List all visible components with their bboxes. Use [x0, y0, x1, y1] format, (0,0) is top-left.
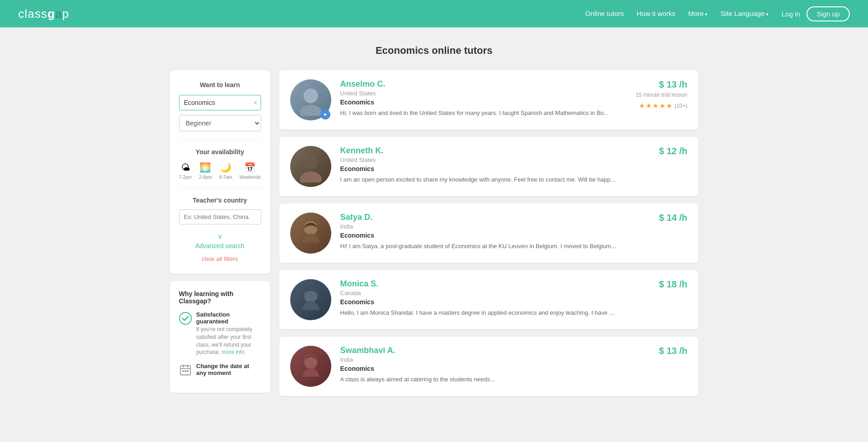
avatar-monica	[290, 279, 331, 320]
tutor-subject-monica: Economics	[340, 298, 624, 306]
avatar-satya	[290, 213, 331, 254]
availability-night[interactable]: 🌙 8-7am	[219, 162, 232, 180]
tutor-card-monica[interactable]: Monica S. Canada Economics Hello, I am M…	[279, 270, 699, 329]
favorite-badge[interactable]: ♥	[320, 109, 330, 120]
page-title: Economics online tutors	[0, 36, 868, 57]
svg-point-9	[300, 105, 322, 116]
svg-point-11	[300, 172, 322, 182]
tutor-price-satya: $ 14 /h	[633, 213, 688, 223]
tutor-subject-swambhavi: Economics	[340, 365, 624, 372]
star-5: ★	[666, 102, 672, 110]
tutor-bio-monica: Hello, I am Monica Shandal. I have a mas…	[340, 308, 624, 317]
tutor-card-kenneth[interactable]: Kenneth K. United States Economics I am …	[279, 137, 699, 196]
tutor-bio-anselmo: Hi, I was born and lived in the United S…	[340, 109, 624, 118]
price-section-monica: $ 18 /h	[633, 279, 688, 291]
price-section-anselmo: $ 13 /h 15 minute trial lesson ★ ★ ★ ★ ★…	[633, 79, 688, 110]
clear-filters-section: clear all filters	[179, 255, 261, 263]
nav-how-it-works[interactable]: How it works	[637, 10, 675, 18]
avatar-wrapper-swambhavi	[290, 346, 331, 387]
star-3: ★	[652, 102, 658, 110]
chevron-down-icon: ▾	[705, 11, 708, 17]
svg-point-10	[304, 156, 318, 169]
chevron-down-icon: ∨	[179, 233, 261, 240]
why-card: Why learning with Classgap? Satisfaction…	[170, 281, 270, 393]
want-to-learn-label: Want to learn	[179, 81, 261, 88]
svg-rect-6	[185, 370, 186, 372]
star-2: ★	[646, 102, 652, 110]
availability-morning[interactable]: 🌤 7-2pm	[179, 162, 192, 180]
signup-button[interactable]: Sign up	[806, 6, 850, 21]
level-select[interactable]: Beginner Elementary Intermediate Advance…	[179, 115, 261, 131]
review-count-anselmo: (10+)	[674, 103, 687, 109]
avatar-wrapper-satya	[290, 213, 331, 254]
navbar: classgap Online tutors How it works More…	[0, 0, 868, 27]
tutor-card-satya[interactable]: Satya D. India Economics Hi! I am Satya,…	[279, 203, 699, 263]
tutor-info-satya: Satya D. India Economics Hi! I am Satya,…	[340, 213, 624, 251]
sidebar: Want to learn × Beginner Elementary Inte…	[170, 70, 270, 403]
svg-point-0	[180, 312, 191, 324]
tutor-list: ♥ Anselmo C. United States Economics Hi,…	[279, 70, 699, 403]
tutor-name-satya[interactable]: Satya D.	[340, 213, 624, 222]
tutor-info-anselmo: Anselmo C. United States Economics Hi, I…	[340, 79, 624, 118]
nav-site-language[interactable]: Site Language▾	[720, 10, 769, 18]
person-icon	[295, 350, 327, 382]
avatar-kenneth	[290, 146, 331, 187]
tutor-country-monica: Canada	[340, 290, 624, 296]
sunset-icon: 🌅	[200, 162, 211, 173]
tutor-card-anselmo[interactable]: ♥ Anselmo C. United States Economics Hi,…	[279, 70, 699, 130]
nav-online-tutors[interactable]: Online tutors	[585, 10, 624, 18]
star-4: ★	[659, 102, 665, 110]
subject-input[interactable]	[179, 95, 261, 110]
teacher-country-label: Teacher's country	[179, 197, 261, 204]
avatar-wrapper-kenneth	[290, 146, 331, 187]
advanced-search-link[interactable]: Advanced search	[195, 242, 244, 250]
tutor-name-monica[interactable]: Monica S.	[340, 279, 624, 289]
login-link[interactable]: Log in	[781, 10, 800, 18]
person-icon	[295, 284, 327, 316]
calendar-grid-icon	[179, 364, 192, 376]
tutor-info-monica: Monica S. Canada Economics Hello, I am M…	[340, 279, 624, 317]
avatar-swambhavi	[290, 346, 331, 387]
stars-anselmo: ★ ★ ★ ★ ★ (10+)	[633, 102, 688, 110]
availability-afternoon[interactable]: 🌅 2-8pm	[199, 162, 212, 180]
availability-options: 🌤 7-2pm 🌅 2-8pm 🌙 8-7am 📅 Weekends	[179, 162, 261, 180]
page-title-section: Economics online tutors	[0, 27, 868, 57]
why-satisfaction-desc: If you're not completely satisfied after…	[196, 326, 261, 356]
svg-point-14	[304, 355, 318, 369]
avatar-wrapper-monica	[290, 279, 331, 320]
logo: classgap	[18, 7, 69, 21]
tutor-country-kenneth: United States	[340, 156, 624, 163]
tutor-card-swambhavi[interactable]: Swambhavi A. India Economics A class is …	[279, 337, 699, 396]
tutor-price-monica: $ 18 /h	[633, 279, 688, 290]
tutor-country-anselmo: United States	[340, 90, 624, 97]
calendar-icon: 📅	[244, 162, 256, 173]
tutor-info-swambhavi: Swambhavi A. India Economics A class is …	[340, 346, 624, 384]
avatar-wrapper-anselmo: ♥	[290, 79, 331, 120]
why-title: Why learning with Classgap?	[179, 290, 261, 305]
tutor-price-kenneth: $ 12 /h	[633, 146, 688, 156]
clear-icon[interactable]: ×	[253, 99, 257, 106]
svg-rect-5	[182, 370, 184, 372]
tutor-subject-kenneth: Economics	[340, 165, 624, 172]
more-info-link[interactable]: more info	[222, 349, 245, 355]
tutor-subject-satya: Economics	[340, 232, 624, 239]
tutor-name-swambhavi[interactable]: Swambhavi A.	[340, 346, 624, 355]
clear-filters-link[interactable]: clear all filters	[202, 255, 238, 262]
why-item-satisfaction: Satisfaction guaranteed If you're not co…	[179, 311, 261, 356]
filter-card: Want to learn × Beginner Elementary Inte…	[170, 70, 270, 274]
nav-more[interactable]: More▾	[688, 10, 708, 18]
availability-weekends[interactable]: 📅 Weekends	[239, 162, 261, 180]
price-section-swambhavi: $ 13 /h	[633, 346, 688, 358]
tutor-country-satya: India	[340, 223, 624, 230]
subject-input-wrapper: ×	[179, 95, 261, 110]
tutor-name-anselmo[interactable]: Anselmo C.	[340, 79, 624, 89]
why-item-date: Change the date at any moment	[179, 363, 261, 377]
svg-point-13	[304, 289, 318, 302]
tutor-price-swambhavi: $ 13 /h	[633, 346, 688, 356]
tutor-info-kenneth: Kenneth K. United States Economics I am …	[340, 146, 624, 184]
moon-icon: 🌙	[220, 162, 231, 173]
country-input[interactable]	[179, 209, 261, 224]
tutor-name-kenneth[interactable]: Kenneth K.	[340, 146, 624, 156]
person-icon	[295, 151, 327, 182]
sun-icon: 🌤	[181, 162, 190, 173]
